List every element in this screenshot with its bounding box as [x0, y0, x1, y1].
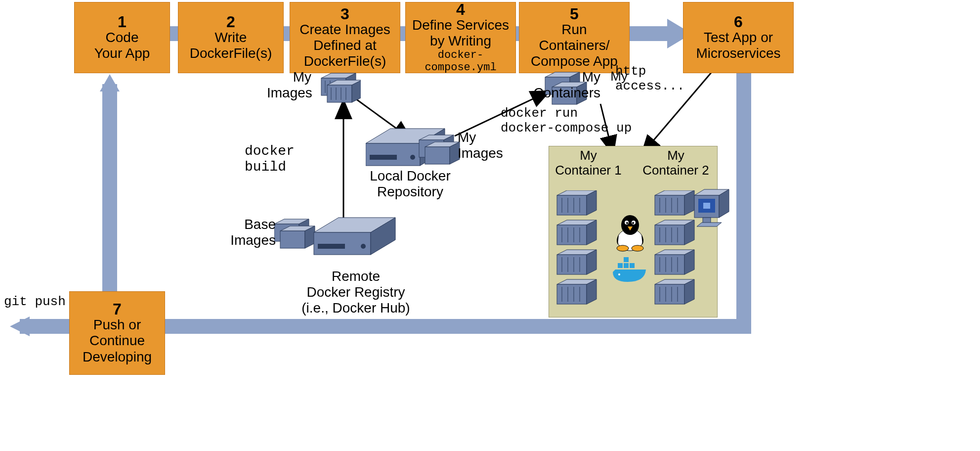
linux-tux-icon [613, 213, 647, 252]
step-number: 1 [118, 14, 127, 30]
svg-rect-81 [655, 195, 684, 215]
svg-point-51 [361, 244, 366, 249]
step-5-run-containers: 5 Run Containers/ Compose App [519, 2, 630, 73]
svg-rect-53 [557, 195, 587, 215]
svg-point-34 [410, 155, 415, 160]
svg-rect-39 [425, 147, 450, 164]
http-access-label: httpaccess... [615, 64, 694, 94]
step-7-push-or-continue: 7 Push or Continue Developing [69, 291, 165, 375]
docker-run-label: docker rundocker-compose up [501, 106, 644, 136]
svg-rect-120 [624, 257, 629, 262]
svg-rect-31 [366, 143, 420, 166]
svg-rect-88 [655, 225, 684, 245]
svg-rect-102 [655, 284, 684, 304]
svg-rect-126 [703, 203, 710, 209]
svg-rect-33 [370, 155, 397, 160]
docker-whale-icon [610, 257, 650, 287]
my-container-2-label: MyContainer 2 [638, 148, 714, 178]
svg-point-113 [632, 222, 634, 224]
my-images-label: MyImages [267, 69, 311, 101]
step-1-code-app: 1 Code Your App [74, 2, 170, 73]
svg-point-115 [617, 245, 629, 251]
svg-rect-74 [557, 284, 587, 304]
step-4-define-services: 4 Define Services by Writing docker-comp… [405, 2, 516, 73]
my-container-1-label: MyContainer 1 [550, 148, 627, 178]
container-stack-icon [554, 190, 609, 314]
svg-rect-119 [630, 263, 635, 268]
step-6-test-app: 6 Test App or Microservices [683, 2, 794, 73]
svg-rect-50 [318, 244, 345, 249]
svg-point-121 [618, 273, 620, 275]
svg-rect-67 [557, 255, 587, 274]
svg-rect-117 [618, 263, 623, 268]
base-images-label: BaseImages [226, 217, 276, 248]
svg-marker-128 [697, 223, 722, 226]
container-icon [316, 69, 361, 104]
svg-rect-95 [655, 255, 684, 274]
server-icon [274, 215, 398, 274]
docker-build-label: docker build [245, 143, 339, 175]
svg-rect-60 [557, 225, 587, 245]
diagram-canvas: 1 Code Your App 2 Write DockerFile(s) 3 … [0, 0, 980, 451]
step-3-create-images: 3 Create Images Defined at DockerFile(s) [290, 2, 400, 73]
local-docker-repo-label: Local DockerRepository [356, 168, 465, 200]
svg-marker-3 [100, 74, 120, 91]
svg-rect-45 [280, 231, 305, 248]
remote-docker-registry-label: RemoteDocker Registry(i.e., Docker Hub) [287, 269, 425, 316]
git-push-label: git push [4, 295, 73, 310]
svg-rect-48 [314, 232, 371, 255]
svg-point-109 [621, 215, 639, 235]
monitor-icon [692, 188, 734, 235]
svg-point-112 [626, 222, 628, 224]
my-containers-label: MyContainers [531, 69, 600, 101]
svg-point-116 [632, 245, 643, 251]
svg-rect-118 [624, 263, 629, 268]
step-2-write-dockerfile: 2 Write DockerFile(s) [178, 2, 284, 73]
